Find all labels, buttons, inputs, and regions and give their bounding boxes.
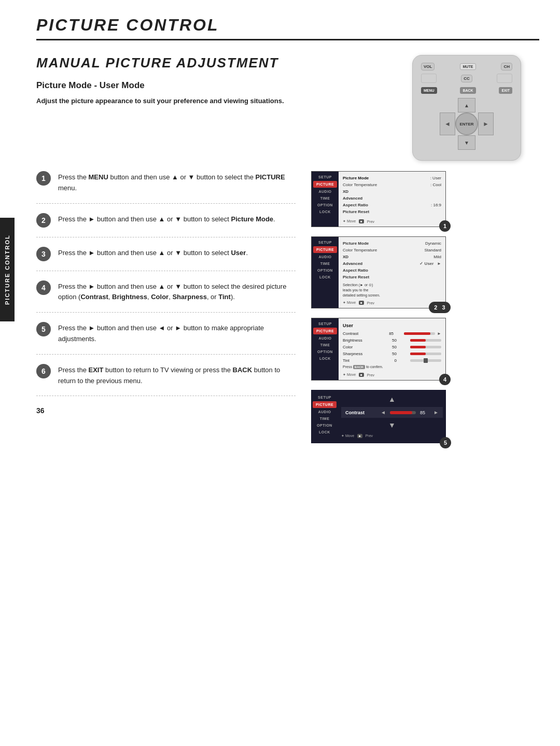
menu-aspect-2: Aspect Ratio: [343, 267, 441, 274]
sidebar-setup: SETUP: [312, 174, 339, 180]
menu-picture-mode-2: Picture Mode Dynamic: [343, 240, 441, 247]
screens-column: SETUP PICTURE AUDIO TIME OPTION LOCK Pic…: [311, 171, 456, 453]
sidebar-time-3: TIME: [312, 342, 339, 348]
dpad-enter[interactable]: ENTER: [455, 112, 478, 135]
menu-picture-mode-1: Picture Mode : User: [343, 175, 441, 181]
remote-control: VOL MUTE CH CC MENU BACK EXIT ▲: [412, 55, 521, 161]
step-num-6: 6: [36, 364, 51, 378]
page-number: 36: [36, 406, 296, 415]
row-contrast: Contrast 85 ►: [343, 330, 441, 337]
sidebar-audio-3: AUDIO: [312, 335, 339, 342]
menu-button[interactable]: MENU: [421, 87, 437, 94]
screen-2: SETUP PICTURE AUDIO TIME OPTION LOCK Pic…: [311, 236, 446, 308]
sidebar-lock-1: LOCK: [312, 208, 339, 215]
row-color: Color 50: [343, 344, 441, 350]
s5-picture: PICTURE: [313, 401, 337, 408]
step-text-1: Press the MENU button and then use ▲ or …: [58, 171, 296, 194]
step-text-5: Press the ► button and then use ◄ or ► b…: [58, 322, 296, 345]
subtitle: Picture Mode - User Mode: [36, 80, 373, 91]
step-text-2: Press the ► button and then use ▲ or ▼ b…: [58, 213, 275, 225]
step-num-3: 3: [36, 247, 51, 261]
mute-button[interactable]: MUTE: [460, 63, 477, 70]
screen-3: SETUP PICTURE AUDIO TIME OPTION LOCK Use…: [311, 318, 446, 381]
menu-color-temp-2: Color Temperature Standard: [343, 247, 441, 254]
menu-reset-2: Picture Reset: [343, 274, 441, 280]
dpad-up[interactable]: ▲: [458, 98, 475, 112]
step-num-4: 4: [36, 280, 51, 295]
row-tint: Tint 0: [343, 357, 441, 364]
sidebar-audio-1: AUDIO: [312, 188, 339, 195]
menu-xd-1: XD: [343, 188, 441, 195]
sidebar-picture-1: PICTURE: [313, 181, 337, 188]
selection-note: Selection (► or ⊙)leads you to thedetail…: [343, 280, 441, 299]
step-num-1: 1: [36, 171, 51, 186]
screen-4-label: 4: [439, 374, 451, 385]
step-1: 1 Press the MENU button and then use ▲ o…: [36, 171, 296, 204]
sidebar-option-2: OPTION: [312, 267, 339, 274]
vol-label: VOL: [421, 63, 435, 71]
menu-advanced-1: Advanced: [343, 195, 441, 202]
screen-1-label: 1: [439, 220, 451, 232]
page-title: PICTURE CONTROL: [36, 16, 539, 40]
step-text-4: Press the ► button and then use ▲ or ▼ b…: [58, 280, 296, 303]
step-2: 2 Press the ► button and then use ▲ or ▼…: [36, 213, 296, 237]
section-title: MANUAL PICTURE ADJUSTMENT: [36, 55, 373, 71]
menu-advanced-2: Advanced ✓ User ►: [343, 260, 441, 267]
s5-lock: LOCK: [311, 429, 338, 435]
dpad-left[interactable]: ◄: [440, 112, 455, 135]
s5-option: OPTION: [311, 422, 338, 429]
press-back: Press BACK to confirm.: [343, 364, 441, 371]
row-brightness: Brightness 50: [343, 337, 441, 344]
sidebar-lock-3: LOCK: [312, 355, 339, 362]
s5-time: TIME: [311, 415, 338, 422]
up-arrow-5: ▲: [388, 395, 396, 404]
screen-5: SETUP PICTURE AUDIO TIME OPTION LOCK ▲: [311, 390, 446, 443]
menu-aspect-1: Aspect Ratio : 16:9: [343, 202, 441, 208]
contrast-row-5: Contrast ◄ 85 ►: [341, 407, 443, 418]
step-6: 6 Press the EXIT button to return to TV …: [36, 364, 296, 397]
step-num-5: 5: [36, 322, 51, 336]
sidebar-picture-3: PICTURE: [313, 328, 337, 334]
sidebar-label: PICTURE CONTROL: [0, 218, 15, 321]
menu-reset-1: Picture Reset: [343, 208, 441, 215]
sidebar-lock-2: LOCK: [312, 274, 339, 280]
sidebar-time-1: TIME: [312, 195, 339, 202]
step-num-2: 2: [36, 213, 51, 228]
step-5: 5 Press the ► button and then use ◄ or ►…: [36, 322, 296, 355]
step-3: 3 Press the ► button and then use ▲ or ▼…: [36, 247, 296, 271]
sidebar-time-2: TIME: [312, 260, 339, 267]
ch-label: CH: [501, 63, 512, 71]
sidebar-option-3: OPTION: [312, 348, 339, 355]
user-header: User: [343, 321, 441, 330]
intro-text: Adjust the picture appearance to suit yo…: [36, 96, 285, 106]
down-arrow-5: ▼: [388, 421, 396, 430]
sidebar-option-1: OPTION: [312, 202, 339, 208]
contrast-bar: [390, 411, 416, 414]
dpad-down[interactable]: ▼: [458, 135, 475, 150]
s5-audio: AUDIO: [311, 409, 338, 415]
step-text-3: Press the ► button and then use ▲ or ▼ b…: [58, 247, 248, 259]
exit-button[interactable]: EXIT: [499, 87, 512, 94]
sidebar-setup-3: SETUP: [312, 320, 339, 327]
cc-button[interactable]: CC: [461, 75, 472, 82]
s5-setup: SETUP: [311, 394, 338, 401]
sidebar-audio-2: AUDIO: [312, 254, 339, 260]
dpad-right[interactable]: ►: [478, 112, 494, 135]
screen-5-label: 5: [440, 437, 451, 448]
back-button[interactable]: BACK: [460, 87, 475, 94]
step-text-6: Press the EXIT button to return to TV vi…: [58, 364, 296, 387]
step-4: 4 Press the ► button and then use ▲ or ▼…: [36, 280, 296, 313]
screen-1: SETUP PICTURE AUDIO TIME OPTION LOCK Pic…: [311, 171, 446, 227]
sidebar-setup-2: SETUP: [312, 239, 339, 246]
screen-23-label: 2 3: [429, 302, 451, 313]
menu-color-temp-1: Color Temperature : Cool: [343, 181, 441, 188]
row-sharpness: Sharpness 50: [343, 350, 441, 357]
menu-xd-2: XD Mild: [343, 254, 441, 260]
sidebar-picture-2: PICTURE: [313, 246, 337, 253]
dpad: ▲ ◄ ENTER ► ▼: [436, 98, 498, 150]
